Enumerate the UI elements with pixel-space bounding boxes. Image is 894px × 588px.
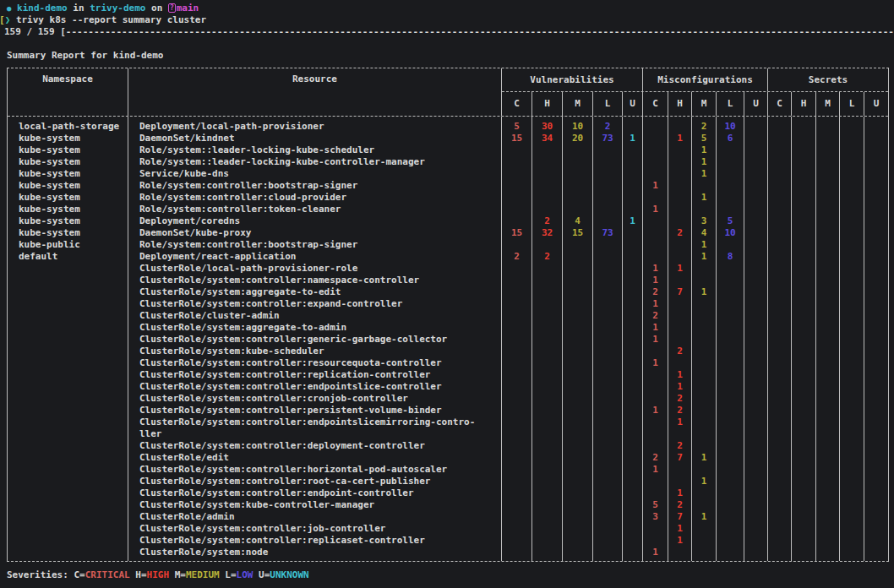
count-cell	[744, 168, 768, 180]
count-cell	[692, 275, 717, 286]
count-cell	[768, 535, 792, 547]
count-cell	[643, 440, 668, 452]
table-row: kube-systemDeployment/coredns24135	[8, 215, 888, 227]
count-cell	[643, 251, 668, 263]
count-cell	[792, 298, 816, 310]
count-cell	[864, 487, 888, 499]
count-cell	[563, 192, 593, 204]
count-cell	[816, 298, 840, 310]
count-cell	[502, 464, 532, 476]
legend-item-low: L=LOW	[225, 569, 253, 580]
count-cell	[768, 286, 792, 298]
count-cell	[792, 511, 816, 523]
count-cell	[717, 144, 744, 156]
count-cell	[717, 156, 744, 168]
count-cell	[744, 251, 768, 263]
count-cell	[563, 487, 593, 499]
table-row: ClusterRole/system:controller:cronjob-co…	[8, 393, 888, 405]
table-row: ClusterRole/system:controller:root-ca-ce…	[8, 476, 888, 487]
count-cell: 1	[692, 168, 717, 180]
table-row: ClusterRole/local-path-provisioner-role1…	[8, 263, 888, 275]
count-cell	[792, 215, 816, 227]
count-cell: 1	[643, 180, 668, 192]
count-cell	[717, 322, 744, 334]
count-cell	[792, 144, 816, 156]
count-cell	[768, 334, 792, 346]
count-cell	[792, 275, 816, 286]
count-cell	[744, 547, 768, 558]
count-cell	[816, 168, 840, 180]
count-cell	[792, 133, 816, 144]
count-cell	[816, 499, 840, 511]
resource-cell: Role/system:controller:bootstrap-signer	[128, 180, 502, 192]
count-cell	[502, 405, 532, 416]
status-dot-icon: ●	[7, 4, 11, 13]
count-cell	[532, 168, 563, 180]
namespace-cell	[8, 464, 128, 476]
terminal-output[interactable]: ● kind-demo in trivy-demo on ?main [❯ tr…	[0, 0, 894, 62]
count-cell	[768, 133, 792, 144]
count-cell	[840, 334, 864, 346]
namespace-cell: kube-system	[8, 156, 128, 168]
count-cell	[768, 369, 792, 381]
count-cell	[593, 275, 623, 286]
count-cell	[623, 322, 643, 334]
count-cell	[792, 286, 816, 298]
resource-cell: ClusterRole/system:controller:replicatio…	[128, 369, 502, 381]
count-cell	[668, 298, 692, 310]
count-cell	[840, 322, 864, 334]
count-cell	[864, 499, 888, 511]
command-line: [❯ trivy k8s --report summary cluster	[0, 14, 894, 26]
namespace-cell	[8, 286, 128, 298]
count-cell	[717, 369, 744, 381]
namespace-cell: default	[8, 251, 128, 263]
count-cell	[816, 393, 840, 405]
count-cell	[864, 215, 888, 227]
count-cell	[792, 405, 816, 416]
count-cell	[623, 523, 643, 535]
count-cell	[593, 393, 623, 405]
severity-letters-row: CHMLUCHMLUCHMLU	[502, 92, 888, 116]
count-cell	[792, 381, 816, 393]
count-cell	[864, 180, 888, 192]
count-cell	[593, 369, 623, 381]
count-cell	[768, 156, 792, 168]
count-cell	[744, 322, 768, 334]
count-cell	[717, 499, 744, 511]
count-cell	[717, 511, 744, 523]
count-cell	[864, 523, 888, 535]
count-cell	[532, 156, 563, 168]
count-cell	[563, 298, 593, 310]
namespace-cell	[8, 381, 128, 393]
count-cell: 1	[668, 381, 692, 393]
count-cell	[643, 535, 668, 547]
count-cell	[717, 381, 744, 393]
resource-cell: ClusterRole/system:controller:endpoint-c…	[128, 487, 502, 499]
count-cell	[532, 511, 563, 523]
count-cell	[668, 547, 692, 558]
group-header-misconfigurations: Misconfigurations	[643, 68, 768, 91]
count-cell	[768, 499, 792, 511]
low-label: LOW	[237, 569, 253, 580]
count-cell	[502, 215, 532, 227]
resource-cell: ClusterRole/system:controller:replicaset…	[128, 535, 502, 547]
count-cell	[816, 487, 840, 499]
count-cell	[643, 558, 668, 561]
resource-cell: ClusterRole/system:controller:root-ca-ce…	[128, 476, 502, 487]
count-cell	[840, 298, 864, 310]
high-label: HIGH	[147, 569, 170, 580]
count-cell	[864, 369, 888, 381]
count-cell	[643, 381, 668, 393]
count-cell	[744, 558, 768, 561]
count-cell	[563, 499, 593, 511]
resource-cell: ClusterRole/system:kube-scheduler	[128, 346, 502, 357]
count-cell	[744, 310, 768, 322]
count-cell	[864, 192, 888, 204]
resource-cell: ClusterRole/system:controller:generic-ga…	[128, 334, 502, 346]
resource-cell: ClusterRole/cluster-admin	[128, 310, 502, 322]
count-cell	[563, 464, 593, 476]
namespace-cell: kube-system	[8, 204, 128, 215]
table-body: local-path-storageDeployment/local-path-…	[8, 117, 888, 561]
namespace-column-header: Namespace	[8, 68, 128, 116]
table-row: ClusterRole/system:controller:replicatio…	[8, 369, 888, 381]
